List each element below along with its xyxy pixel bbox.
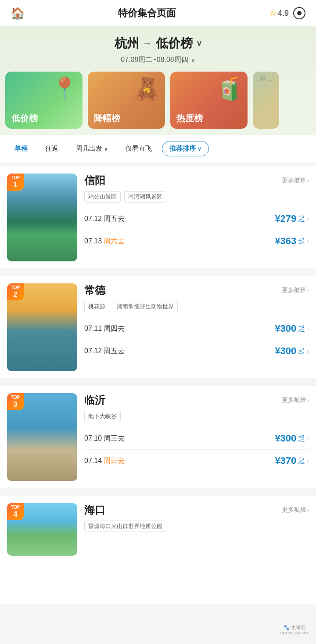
- flight-row-linyi-1[interactable]: 07.14 周日去 ¥370 起 ›: [84, 450, 309, 472]
- dest-tags-xinyang: 鸡公山景区 南湾湖风景区: [84, 191, 309, 203]
- tag-jigong: 鸡公山景区: [84, 191, 121, 203]
- flight-price-changde-1[interactable]: ¥300 起 ›: [275, 345, 309, 357]
- filter-direct-label: 仅看直飞: [126, 145, 152, 153]
- price-xinyang-1: ¥363: [275, 235, 296, 247]
- flight-price-xinyang-1[interactable]: ¥363 起 ›: [275, 235, 309, 247]
- separator-2: [0, 273, 316, 276]
- more-flights-linyi[interactable]: 更多航班 ›: [282, 396, 309, 404]
- dest-info-xinyang: 信阳 更多航班 › 鸡公山景区 南湾湖风景区 07.12 周五去 ¥279 起: [84, 174, 309, 261]
- flight-row-xinyang-1[interactable]: 07.13 周六去 ¥363 起 ›: [84, 230, 309, 252]
- qi-linyi-0: 起: [298, 434, 305, 443]
- weekday-chevron-icon: ∨: [104, 146, 108, 152]
- chevron-down-icon[interactable]: ∨: [196, 39, 202, 48]
- dest-image-changde: TOP 2: [7, 283, 77, 371]
- qi-changde-1: 起: [298, 347, 305, 356]
- flight-row-changde-1[interactable]: 07.12 周五去 ¥300 起 ›: [84, 340, 309, 362]
- top-num-1: 1: [11, 181, 20, 189]
- more-chevron-icon: ›: [307, 177, 309, 184]
- top-badge-4: TOP 4: [7, 503, 24, 520]
- tag-taoyuan: 桃花源: [84, 301, 109, 312]
- separator: [0, 163, 316, 166]
- partial-label: 经…: [253, 72, 279, 87]
- more-chevron-icon-3: ›: [307, 397, 309, 403]
- flight-price-xinyang-0[interactable]: ¥279 起 ›: [275, 213, 309, 224]
- tag-wildlife: 湖南常德野生动物世界: [113, 301, 178, 312]
- price-chevron-icon-2: ›: [307, 238, 309, 245]
- home-icon[interactable]: 🏠: [11, 7, 25, 20]
- filter-weekday-label: 周几出发: [76, 145, 102, 153]
- flight-row-xinyang-0[interactable]: 07.12 周五去 ¥279 起 ›: [84, 208, 309, 230]
- top-badge-2: TOP 2: [7, 283, 24, 300]
- price-linyi-0: ¥300: [275, 433, 296, 444]
- flight-row-linyi-0[interactable]: 07.10 周三去 ¥300 起 ›: [84, 427, 309, 450]
- qi-changde-0: 起: [298, 324, 305, 333]
- filter-direct[interactable]: 仅看直飞: [118, 141, 159, 156]
- price-changde-0: ¥300: [275, 323, 296, 334]
- separator-3: [0, 383, 316, 386]
- qi-linyi-1: 起: [298, 456, 305, 466]
- header: 🏠 特价集合页面 ☆ 4.9: [0, 0, 316, 26]
- dest-name-xinyang: 信阳: [84, 174, 105, 188]
- dest-name-haikou: 海口: [84, 503, 105, 517]
- dest-info-haikou: 海口 更多航班 › 雷琼海口火山群世界地质公园: [84, 503, 309, 591]
- more-flights-changde[interactable]: 更多航班 ›: [282, 286, 309, 294]
- category-card-low-price[interactable]: 📍 低价榜: [5, 72, 83, 129]
- record-icon: [297, 11, 302, 15]
- more-flights-haikou[interactable]: 更多航班 ›: [282, 506, 309, 514]
- flight-price-linyi-0[interactable]: ¥300 起 ›: [275, 433, 309, 444]
- more-flights-label-4: 更多航班: [282, 506, 306, 514]
- more-flights-xinyang[interactable]: 更多航班 ›: [282, 177, 309, 185]
- hero-title: 杭州 → 低价榜 ∨: [0, 35, 316, 52]
- arrow-icon: →: [143, 38, 152, 49]
- price-chevron-icon-3: ›: [307, 325, 309, 332]
- dest-info-linyi: 临沂 更多航班 › 地下大峡谷 07.10 周三去 ¥300 起 ›: [84, 393, 309, 481]
- brand-sub: SHENGXIAOBA: [280, 631, 309, 635]
- more-chevron-icon-2: ›: [307, 287, 309, 293]
- dest-header-changde: 常德 更多航班 ›: [84, 283, 309, 297]
- rating-display: ☆ 4.9: [269, 8, 289, 18]
- top-num-2: 2: [11, 290, 20, 299]
- qi-xinyang-1: 起: [298, 237, 305, 246]
- tag-volcano: 雷琼海口火山群世界地质公园: [84, 521, 166, 532]
- flight-price-changde-0[interactable]: ¥300 起 ›: [275, 323, 309, 334]
- price-chevron-icon-5: ›: [307, 435, 309, 442]
- cat-label-0: 低价榜: [5, 108, 44, 129]
- flight-date-changde-0: 07.11 周四去: [84, 324, 125, 333]
- filter-round-trip[interactable]: 往返: [38, 141, 66, 156]
- top-text-3: TOP: [11, 395, 20, 400]
- flight-row-changde-0[interactable]: 07.11 周四去 ¥300 起 ›: [84, 318, 309, 340]
- hero-section: 杭州 → 低价榜 ∨ 07.09周二~08.08周四 ∨ 📍 低价榜 🧸 降幅榜…: [0, 26, 316, 135]
- dest-tags-changde: 桃花源 湖南常德野生动物世界: [84, 301, 309, 312]
- record-button[interactable]: [293, 7, 305, 19]
- price-linyi-1: ¥370: [275, 455, 296, 467]
- tag-nanwan: 南湾湖风景区: [124, 191, 166, 203]
- page-title: 特价集合页面: [118, 7, 176, 20]
- top-text-2: TOP: [11, 285, 20, 290]
- dest-image-haikou: TOP 4: [7, 503, 77, 591]
- flight-price-linyi-1[interactable]: ¥370 起 ›: [275, 455, 309, 467]
- category-card-partial[interactable]: 经…: [253, 72, 279, 129]
- price-chevron-icon-4: ›: [307, 347, 309, 355]
- date-chevron-icon[interactable]: ∨: [191, 57, 195, 64]
- filter-weekday[interactable]: 周几出发 ∨: [68, 141, 115, 156]
- dest-tags-haikou: 雷琼海口火山群世界地质公园: [84, 521, 309, 532]
- flight-date-linyi-0: 07.10 周三去: [84, 434, 125, 443]
- category-card-hot[interactable]: 🧃 热度榜: [170, 72, 248, 129]
- top-text: TOP: [11, 175, 20, 181]
- dest-header-linyi: 临沂 更多航班 ›: [84, 393, 309, 407]
- top-badge-1: TOP 1: [7, 174, 24, 191]
- flight-date-changde-1: 07.12 周五去: [84, 347, 125, 356]
- flight-date-xinyang-1: 07.13 周六去: [84, 237, 125, 246]
- category-card-drop[interactable]: 🧸 降幅榜: [88, 72, 165, 129]
- brand-name: 🐾 生肖吧: [280, 624, 309, 631]
- price-xinyang-0: ¥279: [275, 213, 296, 224]
- hero-date-range: 07.09周二~08.08周四 ∨: [0, 55, 316, 65]
- dest-image-xinyang: TOP 1: [7, 174, 77, 261]
- more-chevron-icon-4: ›: [307, 507, 309, 513]
- filter-sort[interactable]: 推荐排序 ∨: [162, 141, 209, 156]
- more-flights-label: 更多航班: [282, 177, 306, 185]
- hero-city: 杭州: [115, 35, 139, 52]
- star-icon: ☆: [269, 8, 276, 18]
- filter-one-way[interactable]: 单程: [7, 141, 35, 156]
- top-badge-3: TOP 3: [7, 393, 24, 410]
